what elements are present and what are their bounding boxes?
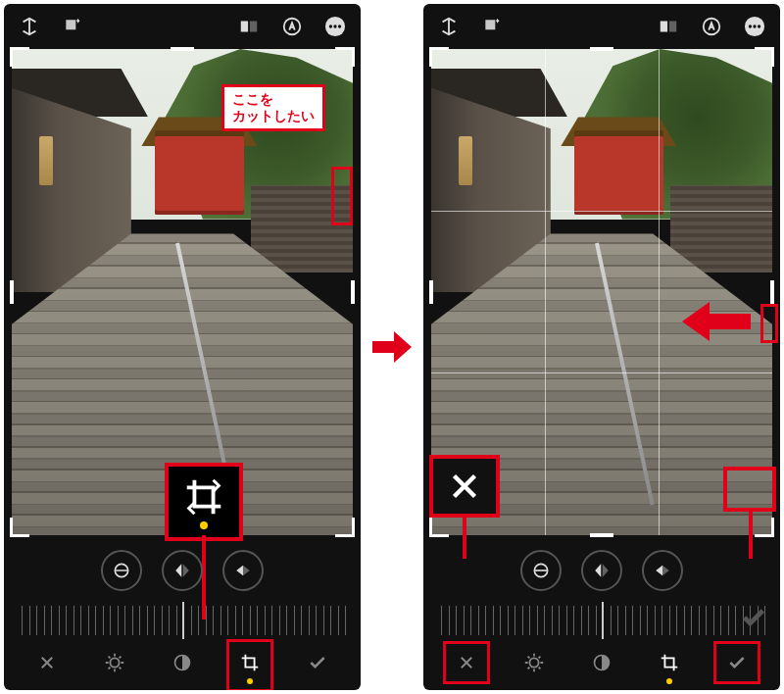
svg-rect-0 (241, 22, 248, 32)
crop-corner-tr[interactable] (335, 47, 355, 67)
crop-corner-tl[interactable] (429, 47, 449, 67)
more-icon[interactable] (741, 13, 768, 40)
highlight-target-area (331, 167, 353, 225)
compare-icon[interactable] (655, 13, 682, 40)
svg-point-5 (333, 25, 336, 27)
cancel-button[interactable] (453, 649, 480, 676)
auto-icon[interactable] (698, 13, 725, 40)
crop-tool[interactable] (656, 649, 683, 676)
cancel-callout (429, 455, 500, 518)
svg-point-4 (329, 25, 332, 27)
geometry-controls (423, 535, 780, 606)
svg-rect-11 (669, 22, 676, 32)
exposure-tool[interactable] (101, 649, 128, 676)
confirm-button[interactable] (304, 649, 331, 676)
straighten-button[interactable] (101, 550, 142, 591)
crop-corner-br[interactable] (335, 518, 355, 537)
contrast-tool[interactable] (169, 649, 196, 676)
top-toolbar (423, 4, 780, 49)
bottom-toolrow (4, 635, 361, 690)
crop-corner-bl[interactable] (10, 518, 29, 537)
transition-arrow-icon (368, 323, 416, 371)
callout-line1: ここを (232, 91, 315, 108)
svg-point-18 (529, 658, 538, 667)
confirm-callout (723, 467, 776, 512)
auto-icon[interactable] (278, 13, 306, 40)
flip-vertical-icon[interactable] (16, 13, 43, 40)
more-icon[interactable] (321, 13, 349, 40)
compare-icon[interactable] (235, 13, 263, 40)
confirm-button[interactable] (723, 649, 751, 676)
perspective-button[interactable] (222, 550, 264, 591)
perspective-button[interactable] (642, 550, 683, 591)
geometry-controls (4, 535, 361, 606)
angle-ruler[interactable] (435, 606, 768, 635)
crop-edge-right[interactable] (770, 280, 774, 304)
svg-point-16 (758, 25, 760, 27)
flip-horizontal-button[interactable] (581, 550, 622, 591)
callout-connector (463, 516, 466, 559)
crop-corner-tr[interactable] (755, 47, 774, 67)
svg-point-14 (749, 25, 752, 27)
svg-point-6 (338, 25, 341, 27)
crop-tool[interactable] (236, 649, 264, 676)
crop-edge-top[interactable] (590, 47, 613, 51)
cancel-button[interactable] (33, 649, 61, 676)
svg-point-15 (753, 25, 756, 27)
photo-canvas[interactable]: ここを カットしたい (12, 49, 353, 535)
svg-rect-10 (661, 22, 667, 32)
highlight-drag-handle (760, 304, 778, 343)
contrast-tool[interactable] (588, 649, 615, 676)
crop-corner-br[interactable] (755, 518, 774, 537)
svg-point-8 (110, 658, 119, 667)
crop-corner-bl[interactable] (429, 518, 449, 537)
crop-corner-tl[interactable] (10, 47, 29, 67)
crop-tool-callout (165, 463, 243, 541)
flip-vertical-icon[interactable] (435, 13, 463, 40)
rotate-icon[interactable] (59, 13, 86, 40)
screenshot-after (423, 4, 780, 690)
bottom-toolrow (423, 635, 780, 690)
top-toolbar (4, 4, 361, 49)
crop-edge-left[interactable] (10, 280, 14, 304)
straighten-button[interactable] (520, 550, 562, 591)
screenshot-before: ここを カットしたい (4, 4, 361, 690)
crop-edge-right[interactable] (351, 280, 355, 304)
svg-rect-1 (250, 22, 257, 32)
callout-connector (749, 512, 753, 559)
rotate-icon[interactable] (478, 13, 506, 40)
drag-arrow-icon (680, 300, 751, 343)
annotation-callout: ここを カットしたい (221, 84, 325, 131)
exposure-tool[interactable] (520, 649, 548, 676)
angle-ruler[interactable] (16, 606, 349, 635)
crop-edge-left[interactable] (429, 280, 433, 304)
flip-horizontal-button[interactable] (162, 550, 203, 591)
callout-line2: カットしたい (232, 108, 315, 124)
crop-edge-top[interactable] (171, 47, 194, 51)
